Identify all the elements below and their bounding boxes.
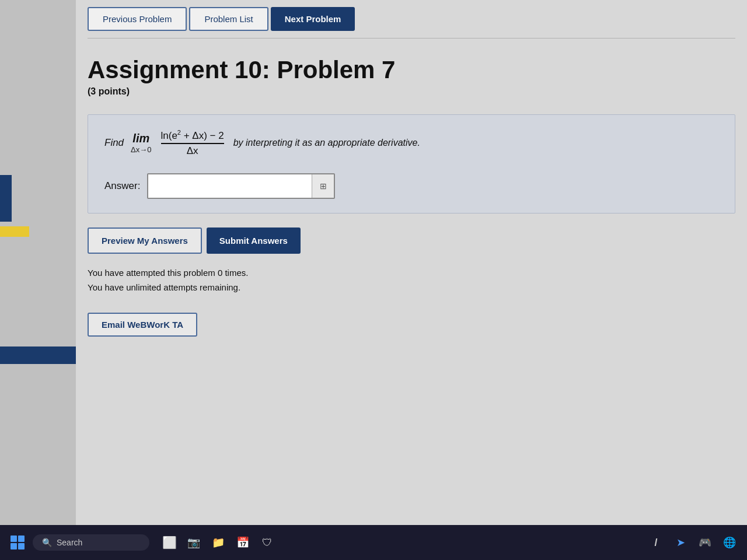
taskbar-search-text: Search [57,538,82,547]
attempt-info: You have attempted this problem 0 times.… [88,265,735,295]
taskbar-calendar-icon[interactable]: 📅 [232,532,253,553]
math-palette-button[interactable]: ⊞ [312,174,334,198]
action-buttons: Preview My Answers Submit Answers [88,228,735,254]
send-icon: ➤ [676,536,685,549]
windows-quad-1 [11,536,17,542]
denominator: Δx [187,144,198,157]
sidebar-yellow-bar [0,226,29,237]
preview-answers-button[interactable]: Preview My Answers [88,228,202,254]
camera-icon: 📷 [187,536,200,549]
answer-input[interactable] [148,174,312,198]
sidebar [0,0,76,525]
problem-list-button[interactable]: Problem List [189,7,268,31]
attempt-line1: You have attempted this problem 0 times. [88,265,735,281]
grid-icon: ⊞ [320,181,327,191]
windows-quad-3 [11,543,17,550]
desktop-icon: ⬜ [162,536,177,550]
taskbar-desktop-icon[interactable]: ⬜ [159,532,180,553]
find-label: Find [104,137,124,149]
numerator: ln(e2 + Δx) − 2 [161,129,224,144]
taskbar-camera-icon[interactable]: 📷 [183,532,204,553]
game-icon: 🎮 [699,536,711,549]
lim-subscript: Δx→0 [131,145,151,154]
previous-problem-button[interactable]: Previous Problem [88,7,187,31]
answer-row: Answer: ⊞ [104,173,718,199]
windows-quad-4 [18,543,25,550]
start-button[interactable] [7,532,28,553]
windows-quad-2 [18,536,25,542]
taskbar-game-icon[interactable]: 🎮 [694,532,715,553]
taskbar-send-icon[interactable]: ➤ [670,532,691,553]
content-area: Previous Problem Problem List Next Probl… [76,0,747,525]
email-ta-button[interactable]: Email WeBWorK TA [88,313,197,337]
math-limit: lim Δx→0 ln(e2 + Δx) − 2 Δx [131,129,226,157]
assignment-title: Assignment 10: Problem 7 [88,56,735,84]
nav-buttons: Previous Problem Problem List Next Probl… [88,0,735,38]
main-content: Previous Problem Problem List Next Probl… [0,0,747,525]
taskbar-slash-icon[interactable]: / [645,532,666,553]
sidebar-accent [0,175,12,222]
windows-icon [11,536,25,550]
problem-statement: Find lim Δx→0 ln(e2 + Δx) − 2 Δx [104,129,718,157]
by-interpreting-text: by interpreting it as an appropriate der… [233,138,420,148]
taskbar-app-icons: ⬜ 📷 📁 📅 🛡 [159,532,278,553]
next-problem-button[interactable]: Next Problem [271,7,355,31]
diagonal-icon: / [654,537,657,549]
browser-icon: 🌐 [723,536,736,549]
taskbar: 🔍 Search ⬜ 📷 📁 📅 🛡 / ➤ 🎮 🌐 [0,525,747,560]
problem-box: Find lim Δx→0 ln(e2 + Δx) − 2 Δx [88,114,735,214]
taskbar-browser-icon[interactable]: 🌐 [719,532,740,553]
fraction: ln(e2 + Δx) − 2 Δx [161,129,224,157]
folder-icon: 📁 [212,536,225,549]
taskbar-search-box[interactable]: 🔍 Search [33,534,149,551]
answer-label: Answer: [104,180,140,192]
taskbar-search-icon: 🔍 [42,538,52,547]
taskbar-folder-icon[interactable]: 📁 [208,532,229,553]
attempt-line2: You have unlimited attempts remaining. [88,280,735,295]
submit-answers-button[interactable]: Submit Answers [207,228,301,254]
points-label: (3 points) [88,86,735,97]
shield-icon: 🛡 [262,537,273,549]
lim-text: lim [132,132,149,145]
lim-container: lim Δx→0 [131,132,151,154]
taskbar-right-area: / ➤ 🎮 🌐 [645,532,740,553]
taskbar-shield-icon[interactable]: 🛡 [257,532,278,553]
sidebar-blue-bar [0,346,76,364]
calendar-icon: 📅 [236,536,249,549]
answer-input-wrapper: ⊞ [147,173,335,199]
